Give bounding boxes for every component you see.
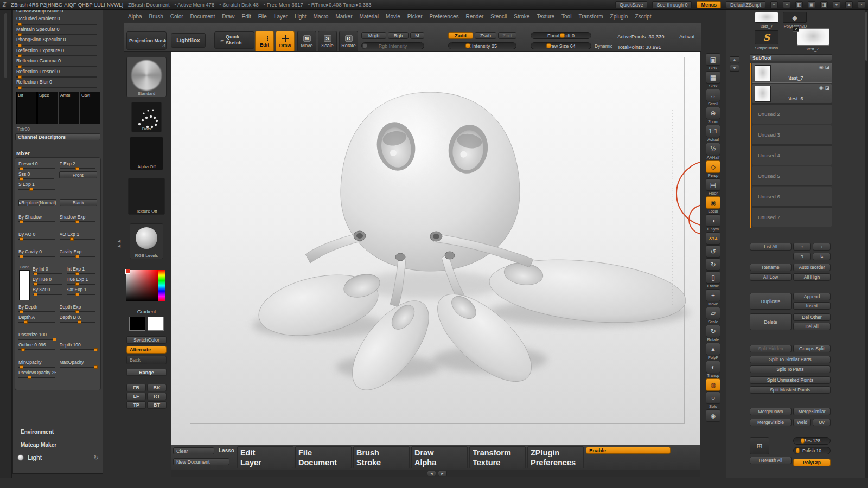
mixer-slider[interactable]: By Int 0 (33, 266, 63, 275)
mixer-slider[interactable]: F Exp 2 (60, 161, 98, 170)
quick-sketch-button[interactable]: ▰ Quick Sketch (214, 31, 254, 49)
mixer-slider[interactable]: Depth 100 (60, 342, 98, 351)
mixer-slider[interactable]: Cavity Exp (60, 249, 98, 258)
channel-descriptors-header[interactable]: Channel Descriptors (15, 133, 100, 140)
palette-scroll-up-icon[interactable]: ▲ (730, 56, 739, 63)
material-slider[interactable]: Reflection Blur 0 (16, 79, 99, 90)
subtool-header[interactable]: SubTool (750, 54, 832, 61)
z-intensity-slider[interactable]: Z Intensity 25 (448, 42, 516, 49)
zadd-button[interactable]: Zadd (448, 32, 473, 39)
menu-edit[interactable]: Edit (242, 14, 251, 20)
del-all-button[interactable]: Del All (793, 323, 831, 330)
shelf-bpr-button[interactable]: ▣BPR (706, 53, 720, 70)
slider-thumb[interactable] (18, 75, 22, 79)
visibility-eye-icon[interactable]: ◉ (819, 65, 824, 70)
dock-fr-button[interactable]: FR (126, 384, 146, 391)
dock-center-icon[interactable]: ▣ (808, 1, 815, 8)
alternate-button[interactable]: Alternate (126, 346, 167, 354)
slider-thumb[interactable] (18, 86, 22, 89)
res-slider[interactable]: Res 128 (793, 437, 831, 445)
palette-quick-transform[interactable]: TransformTexture (469, 446, 526, 468)
mixer-color-swatch[interactable] (19, 270, 30, 300)
menu-macro[interactable]: Macro (314, 14, 329, 20)
split-masked-button[interactable]: Split Masked Points (750, 386, 831, 394)
shelf-rotate-button[interactable]: ↻Rotate (706, 325, 720, 342)
slider-thumb[interactable] (18, 44, 22, 47)
del-other-button[interactable]: Del Other (793, 313, 831, 321)
polypaint-icon[interactable]: ◪ (825, 65, 829, 70)
shelf-solo-button[interactable]: ○Solo (706, 391, 720, 409)
eject-icon[interactable]: ▲ (845, 1, 853, 8)
focal-shift-slider[interactable]: Focal Shift 0 (531, 32, 591, 39)
slider-thumb[interactable] (75, 282, 79, 286)
slider-thumb[interactable] (75, 167, 79, 170)
mixer-slider[interactable]: Depth B 0. (60, 314, 98, 324)
split-to-parts-button[interactable]: Split To Parts (750, 365, 831, 373)
zsub-button[interactable]: Zsub (475, 32, 496, 39)
slider-thumb[interactable] (20, 255, 23, 258)
slider-thumb[interactable] (94, 348, 98, 351)
slider-thumb[interactable] (18, 54, 22, 57)
menu-scroll-left-icon[interactable]: « (770, 1, 778, 8)
current-material-thumbnail[interactable]: RGB Levels (130, 223, 163, 259)
menu-document[interactable]: Document (190, 14, 215, 20)
back-button[interactable]: Back (126, 356, 167, 364)
polymesh3d-thumbnail[interactable]: ◆ (783, 12, 807, 23)
switch-color-button[interactable]: SwitchColor (126, 336, 167, 344)
palette-scroll-down-icon[interactable]: ▼ (730, 65, 739, 72)
mixer-slider[interactable]: Outline 0.096 (18, 342, 56, 351)
subtool-item[interactable]: Unused 6 (752, 187, 832, 207)
menu-marker[interactable]: Marker (335, 14, 352, 20)
slider-thumb[interactable] (20, 237, 23, 241)
mixer-slider[interactable]: MinOpacity (18, 359, 56, 369)
menus-button[interactable]: Menus (697, 1, 721, 8)
gradient-label[interactable]: Gradient (124, 309, 169, 314)
palette-quick-brush[interactable]: BrushStroke (353, 446, 410, 468)
subtool-move-down-button[interactable]: ↳ (813, 253, 831, 260)
menu-color[interactable]: Color (170, 14, 183, 20)
slider-thumb[interactable] (362, 43, 367, 48)
mixer-slider[interactable]: Int Exp 1 (67, 266, 98, 275)
menu-scroll-right-icon[interactable]: » (783, 1, 790, 8)
palette-quick-zplugin[interactable]: ZPluginPreferences (527, 446, 584, 468)
remesh-all-button[interactable]: ReMesh All (750, 457, 792, 464)
palette-quick-draw[interactable]: DrawAlpha (411, 446, 468, 468)
dock-bt-button[interactable]: BT (147, 401, 167, 409)
mixer-slider[interactable]: By Depth (18, 304, 56, 313)
current-alpha-thumbnail[interactable]: Alpha Off (130, 137, 163, 170)
rename-button[interactable]: Rename (750, 264, 792, 271)
slider-thumb[interactable] (18, 33, 22, 36)
subtool-up-button[interactable]: ↑ (793, 243, 811, 251)
merge-visible-button[interactable]: MergeVisible (750, 419, 792, 426)
current-texture-thumbnail[interactable]: Texture Off (128, 178, 165, 215)
subtool-item[interactable]: Unused 3 (752, 125, 832, 145)
mixer-slider[interactable]: Depth Exp (60, 304, 98, 313)
palette-quick-edit[interactable]: EditLayer (237, 446, 293, 468)
dock-right-icon[interactable]: ◨ (820, 1, 828, 8)
slider-thumb[interactable] (78, 320, 81, 324)
quicksave-button[interactable]: QuickSave (615, 1, 648, 8)
mixer-slider[interactable]: S Exp 1 (18, 182, 56, 191)
mixer-button[interactable]: Front (59, 171, 98, 178)
lock-icon[interactable]: ● (833, 1, 840, 8)
shelf-spix-button[interactable]: ▦SPix (706, 71, 720, 88)
menu-file[interactable]: File (258, 14, 267, 20)
dock-left-icon[interactable]: ◧ (795, 1, 803, 8)
mixer-button[interactable]: ▸Replace(Normal) (18, 199, 56, 206)
range-header[interactable]: Range (126, 369, 167, 376)
draw-mode-button[interactable]: Draw (276, 31, 295, 52)
slider-thumb[interactable] (75, 220, 79, 223)
mixer-slider[interactable]: Sss 0 (18, 171, 56, 181)
current-tool-thumbnail[interactable] (797, 28, 829, 46)
secondary-color-swatch[interactable] (148, 317, 164, 331)
material-slider[interactable]: Reflection Fresnel 0 (16, 69, 99, 80)
insert-button[interactable]: Insert (793, 302, 831, 310)
canvas-3d-model[interactable] (171, 52, 700, 445)
polypaint-icon[interactable]: ◪ (825, 85, 829, 91)
move-mode-button[interactable]: M Move (297, 31, 316, 52)
mixer-slider[interactable]: Hue Exp 1 (67, 277, 98, 286)
channel-cavi-swatch[interactable]: Cavi (80, 92, 100, 124)
shelf-rotate-cw-button[interactable]: ↻ (706, 258, 720, 271)
material-slider[interactable]: Occluded Ambient 0 (16, 16, 99, 27)
current-brush-thumbnail[interactable]: Standard (126, 57, 167, 97)
